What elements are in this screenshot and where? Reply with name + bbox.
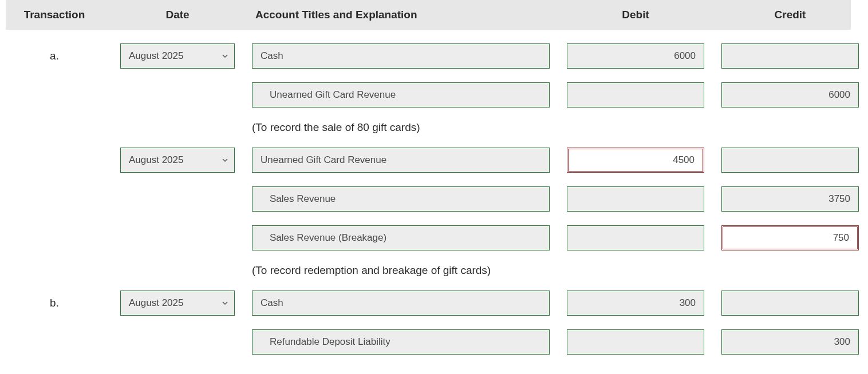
explanation-text: (To record the sale of 80 gift cards) xyxy=(252,121,550,134)
col-transaction: Transaction xyxy=(6,9,103,21)
col-debit: Debit xyxy=(567,9,704,21)
account-title-input[interactable]: Refundable Deposit Liability xyxy=(252,329,550,355)
debit-input[interactable] xyxy=(567,186,704,212)
transaction-label: b. xyxy=(6,297,103,309)
journal-entry-row: Refundable Deposit Liability300 xyxy=(6,329,851,355)
account-title-input[interactable]: Unearned Gift Card Revenue xyxy=(252,82,550,108)
debit-input[interactable] xyxy=(567,329,704,355)
explanation-row: (To record redemption and breakage of gi… xyxy=(6,264,851,277)
date-value: August 2025 xyxy=(129,297,183,309)
journal-entry-row: b.August 2025Cash300 xyxy=(6,291,851,316)
credit-input[interactable] xyxy=(721,148,859,173)
account-title-input[interactable]: Cash xyxy=(252,291,550,316)
account-title-input[interactable]: Sales Revenue (Breakage) xyxy=(252,225,550,250)
date-value: August 2025 xyxy=(129,50,183,62)
transaction-label: a. xyxy=(6,50,103,62)
col-account: Account Titles and Explanation xyxy=(252,9,550,21)
journal-entry-row: Sales Revenue3750 xyxy=(6,186,851,212)
table-header: Transaction Date Account Titles and Expl… xyxy=(6,0,851,30)
account-title-input[interactable]: Unearned Gift Card Revenue xyxy=(252,148,550,173)
credit-input[interactable] xyxy=(721,291,859,316)
credit-input[interactable]: 750 xyxy=(721,225,859,250)
credit-input[interactable]: 3750 xyxy=(721,186,859,212)
chevron-down-icon xyxy=(222,300,228,307)
account-title-input[interactable]: Cash xyxy=(252,43,550,69)
explanation-row: (To record the sale of 80 gift cards) xyxy=(6,121,851,134)
date-value: August 2025 xyxy=(129,154,183,166)
credit-input[interactable]: 300 xyxy=(721,329,859,355)
journal-entry-row: Sales Revenue (Breakage)750 xyxy=(6,225,851,250)
debit-input[interactable] xyxy=(567,225,704,250)
chevron-down-icon xyxy=(222,53,228,59)
credit-input[interactable]: 6000 xyxy=(721,82,859,108)
debit-input[interactable]: 4500 xyxy=(567,148,704,173)
date-select[interactable]: August 2025 xyxy=(120,148,235,173)
explanation-text: (To record redemption and breakage of gi… xyxy=(252,264,550,277)
debit-input[interactable]: 300 xyxy=(567,291,704,316)
journal-entry-row: a.August 2025Cash6000 xyxy=(6,43,851,69)
account-title-input[interactable]: Sales Revenue xyxy=(252,186,550,212)
debit-input[interactable]: 6000 xyxy=(567,43,704,69)
journal-entry-row: August 2025Unearned Gift Card Revenue450… xyxy=(6,148,851,173)
debit-input[interactable] xyxy=(567,82,704,108)
date-select[interactable]: August 2025 xyxy=(120,291,235,316)
journal-entry-row: Unearned Gift Card Revenue6000 xyxy=(6,82,851,108)
col-credit: Credit xyxy=(721,9,859,21)
credit-input[interactable] xyxy=(721,43,859,69)
col-date: Date xyxy=(120,9,235,21)
date-select[interactable]: August 2025 xyxy=(120,43,235,69)
chevron-down-icon xyxy=(222,157,228,164)
